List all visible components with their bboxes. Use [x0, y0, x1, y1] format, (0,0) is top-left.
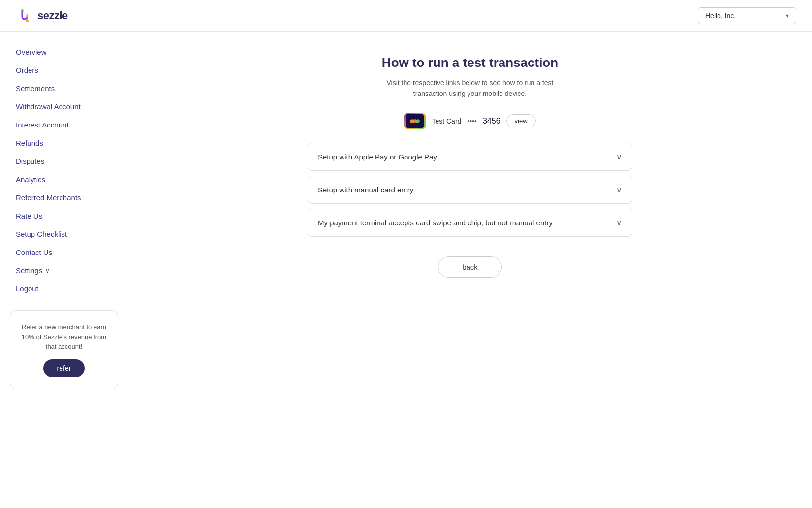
main-layout: Overview Orders Settlements Withdrawal A…: [0, 32, 812, 508]
sezzle-logo-icon: [16, 7, 33, 25]
account-selector-container: Hello, Inc. ▾: [698, 7, 796, 24]
svg-point-1: [26, 19, 29, 22]
sidebar-item-overview[interactable]: Overview: [10, 43, 118, 61]
sidebar-item-setup-checklist[interactable]: Setup Checklist: [10, 225, 118, 243]
accordion-item-manual-card-entry[interactable]: Setup with manual card entry ∨: [308, 176, 632, 204]
accordion-label-terminal-swipe: My payment terminal accepts card swipe a…: [318, 219, 553, 227]
sidebar-item-rate-us[interactable]: Rate Us: [10, 207, 118, 224]
settings-label: Settings: [16, 266, 42, 275]
header: sezzle Hello, Inc. ▾: [0, 0, 812, 32]
accordion-item-apple-google-pay[interactable]: Setup with Apple Pay or Google Pay ∨: [308, 143, 632, 171]
accordion-label-apple-google-pay: Setup with Apple Pay or Google Pay: [318, 153, 437, 161]
accordion-label-manual-card-entry: Setup with manual card entry: [318, 186, 413, 194]
sidebar-item-analytics[interactable]: Analytics: [10, 171, 118, 188]
refer-button[interactable]: refer: [43, 359, 85, 377]
sidebar-item-disputes[interactable]: Disputes: [10, 153, 118, 170]
view-card-button[interactable]: view: [506, 114, 536, 127]
card-label: Test Card: [432, 117, 461, 125]
accordion-chevron-icon-0: ∨: [616, 152, 622, 161]
sidebar-item-logout[interactable]: Logout: [10, 280, 118, 297]
sidebar-item-orders[interactable]: Orders: [10, 62, 118, 79]
svg-point-3: [413, 119, 417, 123]
page-title: How to run a test transaction: [382, 55, 558, 70]
sidebar-item-refunds[interactable]: Refunds: [10, 134, 118, 152]
accordion-container: Setup with Apple Pay or Google Pay ∨ Set…: [308, 143, 632, 237]
sidebar-item-contact-us[interactable]: Contact Us: [10, 244, 118, 261]
main-content: How to run a test transaction Visit the …: [128, 32, 812, 508]
sidebar: Overview Orders Settlements Withdrawal A…: [0, 32, 128, 508]
accordion-chevron-icon-1: ∨: [616, 185, 622, 194]
account-selector-label: Hello, Inc.: [705, 12, 736, 20]
sidebar-item-withdrawal-account[interactable]: Withdrawal Account: [10, 98, 118, 115]
sidebar-item-settings[interactable]: Settings ∨: [10, 262, 118, 279]
account-selector[interactable]: Hello, Inc. ▾: [698, 7, 796, 24]
card-dots: ••••: [467, 117, 477, 125]
svg-point-0: [21, 9, 24, 12]
sidebar-item-referred-merchants[interactable]: Referred Merchants: [10, 189, 118, 206]
settings-chevron-icon: ∨: [45, 267, 50, 274]
accordion-chevron-icon-2: ∨: [616, 218, 622, 227]
card-info: Test Card •••• 3456 view: [404, 113, 535, 129]
sidebar-item-settlements[interactable]: Settlements: [10, 80, 118, 97]
card-last4: 3456: [483, 117, 500, 126]
logo-text: sezzle: [37, 9, 68, 22]
logo: sezzle: [16, 7, 68, 25]
accordion-item-terminal-swipe[interactable]: My payment terminal accepts card swipe a…: [308, 209, 632, 237]
page-subtitle: Visit the respective links below to see …: [376, 77, 563, 99]
referral-card: Refer a new merchant to earn 10% of Sezz…: [10, 310, 118, 389]
back-button[interactable]: back: [438, 256, 502, 278]
account-selector-chevron-icon: ▾: [786, 12, 789, 19]
card-icon: [404, 113, 426, 129]
referral-card-text: Refer a new merchant to earn 10% of Sezz…: [18, 322, 110, 351]
sidebar-item-interest-account[interactable]: Interest Account: [10, 116, 118, 133]
